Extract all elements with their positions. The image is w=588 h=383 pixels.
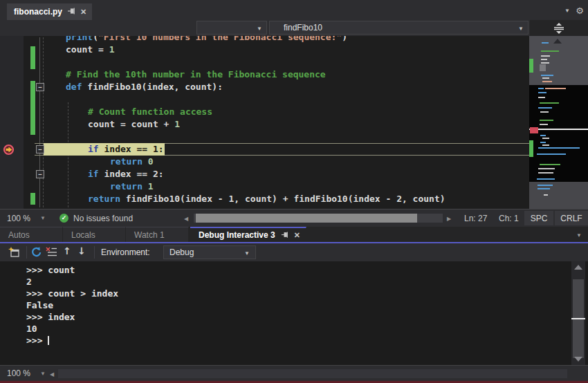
tab-debug-interactive-3[interactable]: Debug Interactive 3 ✕ (190, 227, 306, 242)
minimap-mark (538, 168, 555, 169)
scroll-down-icon[interactable] (574, 357, 582, 362)
navigation-bar: ▼ findFibo10 ▼ (0, 20, 588, 36)
history-prev-button[interactable]: ↑ (63, 245, 71, 256)
code-line: return 1 (110, 180, 154, 193)
breakpoint-margin[interactable] (0, 36, 24, 209)
tab-watch-1[interactable]: Watch 1 (126, 227, 189, 242)
panel-status-bar: 100 % ▼ ◀ (0, 365, 588, 381)
interactive-console[interactable]: >>> count2>>> count > indexFalse>>> inde… (0, 261, 588, 365)
issues-status[interactable]: ✓ No issues found (59, 209, 133, 227)
fold-toggle[interactable] (36, 145, 44, 153)
horizontal-scrollbar[interactable] (194, 214, 443, 223)
minimap-mark (537, 153, 566, 155)
project-dropdown[interactable]: ▼ (196, 21, 267, 35)
scroll-up-icon[interactable] (574, 265, 582, 270)
scroll-right-icon[interactable]: ▶ (447, 216, 451, 222)
horizontal-scrollbar[interactable] (58, 369, 567, 378)
editor-split-handle[interactable] (530, 20, 588, 36)
console-line: >>> index (26, 311, 75, 323)
tab-title: fibonacci.py (14, 7, 62, 17)
chevron-down-icon: ▼ (40, 371, 46, 377)
code-line: # Find the 10th number in the Fibonacci … (66, 68, 326, 81)
minimap-mark (529, 59, 533, 73)
console-line: >>> (26, 335, 49, 346)
code-line: return findFibo10(index - 1, count) + fi… (88, 193, 445, 205)
text-cursor (48, 336, 49, 345)
outline-margin-line (39, 37, 40, 207)
line-ending-indicator[interactable]: CRLF (555, 211, 588, 225)
minimap-mark (542, 42, 549, 44)
tab-fibonacci-py[interactable]: fibonacci.py ✕ (7, 3, 92, 20)
tab-autos[interactable]: Autos (0, 227, 63, 242)
panel-options-caret-icon[interactable]: ▼ (576, 232, 582, 239)
code-line: if index == 2: (88, 168, 164, 180)
minimap-mark (538, 92, 546, 93)
minimap-mark (538, 147, 580, 149)
environment-value: Debug (169, 247, 194, 257)
minimap-mark (530, 127, 538, 133)
minimap-mark (529, 140, 533, 157)
symbol-dropdown[interactable]: findFibo10 ▼ (269, 21, 529, 35)
minimap-mark (540, 142, 546, 143)
issues-text: No issues found (73, 214, 133, 223)
environment-dropdown[interactable]: Debug ▼ (163, 245, 256, 259)
minimap-mark (540, 102, 559, 104)
vertical-scrollbar[interactable] (571, 261, 585, 365)
pin-icon[interactable] (67, 7, 75, 17)
minimap-mark (540, 120, 553, 121)
environment-label: Environment: (101, 243, 150, 261)
code-line: # Count function access (88, 106, 212, 118)
minimap-mark (538, 88, 544, 89)
chevron-down-icon: ▼ (40, 215, 46, 221)
console-zoom-select[interactable]: 100 % ▼ (7, 366, 46, 381)
console-line: False (26, 299, 53, 311)
symbol-dropdown-value: findFibo10 (284, 23, 322, 32)
clear-screen-button[interactable] (46, 246, 57, 258)
editor-zoom-select[interactable]: 100 % ▼ (7, 209, 46, 227)
breakpoint-current-statement-icon[interactable] (3, 144, 15, 156)
code-line: if index == 1: (88, 143, 164, 156)
minimap-mark (542, 138, 549, 139)
code-line: return 0 (110, 156, 154, 168)
console-line: >>> count (26, 264, 75, 276)
chevron-down-icon: ▼ (518, 26, 524, 32)
minimap-mark (538, 97, 545, 98)
close-icon[interactable]: ✕ (80, 8, 86, 16)
caret-position-mark (571, 318, 585, 319)
minimap-mark (540, 135, 546, 136)
minimap-mark (541, 62, 549, 64)
fold-toggle[interactable] (36, 83, 44, 91)
column-indicator: Ch: 1 (499, 209, 519, 227)
minimap-mark (538, 107, 552, 109)
minimap-mark (541, 75, 553, 76)
minimap-mark (540, 111, 549, 113)
scroll-left-icon[interactable]: ◀ (184, 216, 188, 222)
code-line: count = 1 (66, 44, 114, 56)
tab-locals[interactable]: Locals (63, 227, 126, 242)
window-position-caret-icon[interactable]: ▼ (564, 8, 570, 14)
line-indicator: Ln: 27 (464, 209, 487, 227)
pin-icon[interactable] (281, 231, 288, 240)
scroll-left-icon[interactable]: ◀ (50, 371, 54, 377)
close-icon[interactable]: ✕ (294, 232, 300, 239)
minimap-mark (540, 164, 560, 165)
new-interactive-window-button[interactable] (8, 247, 20, 258)
code-line: def findFibo10(index, count): (66, 81, 223, 93)
horizontal-scrollbar-thumb[interactable] (196, 214, 417, 223)
scroll-up-icon[interactable] (553, 39, 562, 44)
minimap-document (529, 85, 588, 182)
chevron-down-icon: ▼ (244, 250, 250, 256)
minimap-scrollbar[interactable] (529, 36, 588, 209)
chevron-down-icon: ▼ (257, 26, 262, 32)
minimap-mark (538, 185, 553, 186)
minimap-mark (541, 50, 559, 52)
spaces-indicator[interactable]: SPC (524, 211, 553, 225)
gear-icon[interactable]: ⚙ (576, 6, 584, 16)
change-bar (30, 46, 35, 69)
minimap-mark (542, 144, 549, 146)
history-next-button[interactable]: ↓ (77, 245, 86, 256)
code-editor[interactable]: print("First 10 numbers in the Fibonacci… (0, 36, 529, 209)
editor-status-bar: 100 % ▼ ✓ No issues found ◀ ▶ Ln: 27 Ch:… (0, 209, 588, 227)
fold-toggle[interactable] (36, 170, 44, 178)
reset-button[interactable] (30, 246, 42, 258)
